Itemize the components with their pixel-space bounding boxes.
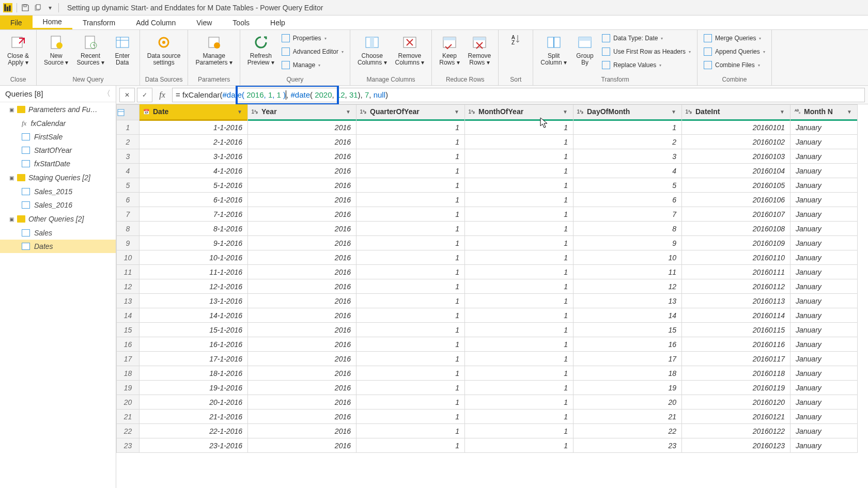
cell-date[interactable]: 4-1-2016 xyxy=(140,164,248,178)
cell-month[interactable]: 1 xyxy=(465,207,574,222)
combine-files-button[interactable]: Combine Files▾ xyxy=(702,59,767,71)
manage-button[interactable]: Manage▾ xyxy=(280,59,346,71)
column-type-icon[interactable]: ᴬᴮ꜀ xyxy=(793,108,802,115)
row-number[interactable]: 3 xyxy=(117,149,140,164)
cell-dateint[interactable]: 20160116 xyxy=(682,337,791,352)
row-number-header[interactable] xyxy=(117,105,140,120)
cell-quarter[interactable]: 1 xyxy=(357,381,465,395)
table-row[interactable]: 2 2-1-2016 2016 1 1 2 20160102 January xyxy=(117,135,858,149)
cell-year[interactable]: 2016 xyxy=(248,178,357,193)
cell-monthname[interactable]: January xyxy=(791,424,858,438)
table-row[interactable]: 16 16-1-2016 2016 1 1 16 20160116 Januar… xyxy=(117,337,858,352)
cell-year[interactable]: 2016 xyxy=(248,149,357,164)
column-filter-icon[interactable]: ▼ xyxy=(237,109,245,115)
cell-quarter[interactable]: 1 xyxy=(357,265,465,279)
cell-year[interactable]: 2016 xyxy=(248,164,357,178)
cell-date[interactable]: 22-1-2016 xyxy=(140,424,248,438)
cell-month[interactable]: 1 xyxy=(465,424,574,438)
cell-monthname[interactable]: January xyxy=(791,294,858,308)
cell-year[interactable]: 2016 xyxy=(248,265,357,279)
cell-quarter[interactable]: 1 xyxy=(357,193,465,207)
row-number[interactable]: 18 xyxy=(117,366,140,381)
cell-year[interactable]: 2016 xyxy=(248,438,357,453)
row-number[interactable]: 2 xyxy=(117,135,140,149)
cell-quarter[interactable]: 1 xyxy=(357,222,465,236)
cell-day[interactable]: 13 xyxy=(574,294,682,308)
cell-monthname[interactable]: January xyxy=(791,279,858,294)
cell-day[interactable]: 21 xyxy=(574,410,682,424)
row-number[interactable]: 5 xyxy=(117,178,140,193)
cell-dateint[interactable]: 20160102 xyxy=(682,135,791,149)
row-number[interactable]: 14 xyxy=(117,308,140,323)
column-type-icon[interactable]: 1²₃ xyxy=(359,109,368,115)
qat-customize-icon[interactable]: ▾ xyxy=(44,2,56,14)
group-by-button[interactable]: GroupBy xyxy=(572,32,598,67)
table-row[interactable]: 8 8-1-2016 2016 1 1 8 20160108 January xyxy=(117,222,858,236)
cell-monthname[interactable]: January xyxy=(791,265,858,279)
table-row[interactable]: 15 15-1-2016 2016 1 1 15 20160115 Januar… xyxy=(117,323,858,337)
cell-month[interactable]: 1 xyxy=(465,236,574,250)
cell-quarter[interactable]: 1 xyxy=(357,410,465,424)
row-number[interactable]: 17 xyxy=(117,352,140,366)
cell-month[interactable]: 1 xyxy=(465,178,574,193)
table-row[interactable]: 18 18-1-2016 2016 1 1 18 20160118 Januar… xyxy=(117,366,858,381)
tab-add-column[interactable]: Add Column xyxy=(126,15,186,29)
row-number[interactable]: 7 xyxy=(117,207,140,222)
cell-day[interactable]: 3 xyxy=(574,149,682,164)
column-header-month n[interactable]: ᴬᴮ꜀Month N▼ xyxy=(791,105,858,120)
query-item-sales_2016[interactable]: Sales_2016 xyxy=(0,198,116,212)
cell-date[interactable]: 5-1-2016 xyxy=(140,178,248,193)
close-apply-button[interactable]: Close &Apply ▾ xyxy=(4,32,32,67)
cell-quarter[interactable]: 1 xyxy=(357,135,465,149)
cell-day[interactable]: 19 xyxy=(574,381,682,395)
cell-monthname[interactable]: January xyxy=(791,222,858,236)
cell-day[interactable]: 12 xyxy=(574,279,682,294)
cell-quarter[interactable]: 1 xyxy=(357,279,465,294)
cell-dateint[interactable]: 20160119 xyxy=(682,381,791,395)
cell-month[interactable]: 1 xyxy=(465,337,574,352)
row-number[interactable]: 6 xyxy=(117,193,140,207)
advanced-editor-button[interactable]: Advanced Editor▾ xyxy=(280,45,346,58)
cell-date[interactable]: 1-1-2016 xyxy=(140,120,248,135)
replace-values-button[interactable]: Replace Values▾ xyxy=(600,59,693,71)
cell-year[interactable]: 2016 xyxy=(248,222,357,236)
formula-input[interactable]: = fxCalendar( #date( 2016, 1, 1 ) , #dat… xyxy=(172,88,865,102)
column-header-date[interactable]: 📅Date▼ xyxy=(140,105,248,120)
cell-date[interactable]: 6-1-2016 xyxy=(140,193,248,207)
cell-year[interactable]: 2016 xyxy=(248,308,357,323)
cell-date[interactable]: 13-1-2016 xyxy=(140,294,248,308)
cell-day[interactable]: 4 xyxy=(574,164,682,178)
remove-columns-button[interactable]: RemoveColumns ▾ xyxy=(392,32,428,67)
query-item-dates[interactable]: Dates xyxy=(0,240,116,253)
cell-dateint[interactable]: 20160114 xyxy=(682,308,791,323)
query-item-sales[interactable]: Sales xyxy=(0,226,116,240)
cell-year[interactable]: 2016 xyxy=(248,337,357,352)
column-type-icon[interactable]: 1²₃ xyxy=(684,109,693,115)
keep-rows-button[interactable]: KeepRows ▾ xyxy=(436,32,462,67)
cell-dateint[interactable]: 20160110 xyxy=(682,250,791,265)
row-number[interactable]: 10 xyxy=(117,250,140,265)
split-column-button[interactable]: SplitColumn ▾ xyxy=(537,32,570,67)
cell-date[interactable]: 8-1-2016 xyxy=(140,222,248,236)
properties-button[interactable]: Properties▾ xyxy=(280,32,346,44)
cell-day[interactable]: 5 xyxy=(574,178,682,193)
cell-quarter[interactable]: 1 xyxy=(357,424,465,438)
column-header-monthofyear[interactable]: 1²₃MonthOfYear▼ xyxy=(465,105,574,120)
cell-date[interactable]: 14-1-2016 xyxy=(140,308,248,323)
cell-month[interactable]: 1 xyxy=(465,308,574,323)
data-type-date-button[interactable]: Data Type: Date▾ xyxy=(600,32,693,44)
cell-year[interactable]: 2016 xyxy=(248,207,357,222)
cell-dateint[interactable]: 20160108 xyxy=(682,222,791,236)
merge-queries-button[interactable]: Merge Queries▾ xyxy=(702,32,767,44)
cell-year[interactable]: 2016 xyxy=(248,424,357,438)
cell-quarter[interactable]: 1 xyxy=(357,352,465,366)
cell-day[interactable]: 10 xyxy=(574,250,682,265)
cell-monthname[interactable]: January xyxy=(791,308,858,323)
cell-monthname[interactable]: January xyxy=(791,323,858,337)
recent-sources-button[interactable]: RecentSources ▾ xyxy=(73,32,107,67)
cell-day[interactable]: 23 xyxy=(574,438,682,453)
cell-date[interactable]: 3-1-2016 xyxy=(140,149,248,164)
cell-monthname[interactable]: January xyxy=(791,337,858,352)
cell-month[interactable]: 1 xyxy=(465,366,574,381)
column-filter-icon[interactable]: ▼ xyxy=(563,109,571,115)
